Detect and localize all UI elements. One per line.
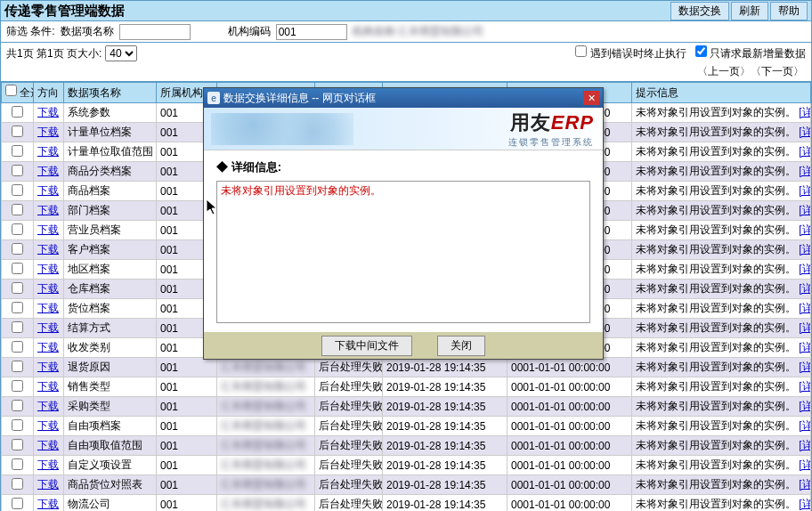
detail-link[interactable]: [详细] [799, 400, 810, 412]
detail-link[interactable]: [详细] [799, 204, 810, 216]
download-link[interactable]: 下载 [37, 145, 59, 158]
col-item-name[interactable]: 数据项名称 [64, 83, 157, 103]
detail-link[interactable]: [详细] [799, 302, 810, 314]
detail-link[interactable]: [详细] [799, 439, 810, 451]
download-link[interactable]: 下载 [37, 184, 59, 197]
col-hint[interactable]: 提示信息 [632, 83, 811, 103]
pager-nav[interactable]: 〈上一页〉〈下一页〉 [697, 65, 804, 77]
detail-link[interactable]: [详细] [799, 321, 810, 334]
data-exchange-button[interactable]: 数据交换 [670, 2, 729, 20]
detail-link[interactable]: [详细] [799, 223, 810, 236]
detail-link[interactable]: [详细] [799, 478, 810, 491]
page-size-select[interactable]: 40 [105, 45, 137, 61]
cell-direction: 下载 [34, 377, 64, 397]
download-link[interactable]: 下载 [37, 400, 59, 412]
row-checkbox[interactable] [12, 302, 23, 313]
download-link[interactable]: 下载 [37, 223, 59, 236]
download-link[interactable]: 下载 [37, 478, 59, 491]
download-link[interactable]: 下载 [37, 126, 59, 138]
detail-link[interactable]: [详细] [799, 263, 810, 275]
detail-link[interactable]: [详细] [799, 184, 810, 197]
download-link[interactable]: 下载 [37, 106, 59, 118]
cell-direction: 下载 [34, 397, 64, 417]
detail-link[interactable]: [详细] [799, 145, 810, 158]
row-checkbox[interactable] [12, 243, 23, 255]
row-checkbox[interactable] [12, 204, 23, 215]
table-row[interactable]: 下载自由项档案001汇丰商贸有限公司后台处理失败2019-01-28 19:14… [2, 417, 811, 436]
download-link[interactable]: 下载 [37, 439, 59, 451]
detail-link[interactable]: [详细] [799, 165, 810, 177]
row-checkbox[interactable] [12, 458, 23, 470]
detail-link[interactable]: [详细] [799, 498, 810, 510]
row-checkbox[interactable] [12, 223, 23, 235]
row-checkbox[interactable] [12, 439, 23, 450]
download-link[interactable]: 下载 [37, 458, 59, 471]
download-link[interactable]: 下载 [37, 165, 59, 177]
filter-item-name-input[interactable] [119, 24, 191, 40]
select-all-checkbox[interactable] [5, 85, 17, 96]
row-checkbox[interactable] [12, 419, 23, 431]
table-row[interactable]: 下载销售类型001汇丰商贸有限公司后台处理失败2019-01-28 19:14:… [2, 377, 811, 397]
detail-link[interactable]: [详细] [799, 282, 810, 295]
close-icon[interactable]: ✕ [583, 91, 599, 105]
cell-org-code: 001 [157, 456, 217, 475]
cell-direction: 下载 [34, 417, 64, 436]
col-direction[interactable]: 方向 [34, 83, 64, 103]
cell-hint: 未将对象引用设置到对象的实例。 [详细] [632, 319, 811, 338]
download-link[interactable]: 下载 [37, 498, 59, 510]
row-checkbox[interactable] [12, 478, 23, 490]
download-link[interactable]: 下载 [37, 361, 59, 373]
row-checkbox[interactable] [12, 145, 23, 157]
dialog-titlebar[interactable]: e 数据交换详细信息 -- 网页对话框 ✕ [204, 88, 603, 108]
detail-link[interactable]: [详细] [799, 361, 810, 373]
download-link[interactable]: 下载 [37, 419, 59, 432]
row-checkbox[interactable] [12, 126, 23, 137]
detail-link[interactable]: [详细] [799, 341, 810, 353]
table-row[interactable]: 下载自定义项设置001汇丰商贸有限公司后台处理失败2019-01-28 19:1… [2, 456, 811, 475]
row-checkbox[interactable] [12, 341, 23, 353]
row-checkbox[interactable] [12, 361, 23, 372]
row-checkbox[interactable] [12, 184, 23, 196]
table-row[interactable]: 下载物流公司001汇丰商贸有限公司后台处理失败2019-01-28 19:14:… [2, 495, 811, 512]
download-link[interactable]: 下载 [37, 341, 59, 353]
cell-item-name: 地区档案 [64, 260, 157, 280]
row-checkbox[interactable] [12, 380, 23, 392]
row-checkbox[interactable] [12, 165, 23, 176]
row-checkbox[interactable] [12, 282, 23, 294]
help-button[interactable]: 帮助 [770, 2, 808, 20]
filter-org-code-input[interactable] [276, 24, 347, 40]
detail-link[interactable]: [详细] [799, 243, 810, 256]
row-checkbox[interactable] [12, 498, 23, 509]
only-new-label[interactable]: 只请求最新增量数据 [695, 45, 806, 61]
col-select[interactable]: 全选 [2, 83, 34, 103]
detail-link[interactable]: [详细] [799, 419, 810, 432]
download-link[interactable]: 下载 [37, 302, 59, 314]
table-row[interactable]: 下载采购类型001汇丰商贸有限公司后台处理失败2019-01-28 19:14:… [2, 397, 811, 417]
stop-on-error-label[interactable]: 遇到错误时终止执行 [575, 45, 686, 61]
download-link[interactable]: 下载 [37, 321, 59, 334]
cell-result: 后台处理失败 [315, 475, 383, 495]
row-checkbox[interactable] [12, 321, 23, 333]
download-link[interactable]: 下载 [37, 380, 59, 393]
detail-link[interactable]: [详细] [799, 380, 810, 393]
table-row[interactable]: 下载商品货位对照表001汇丰商贸有限公司后台处理失败2019-01-28 19:… [2, 475, 811, 495]
table-row[interactable]: 下载自由项取值范围001汇丰商贸有限公司后台处理失败2019-01-28 19:… [2, 436, 811, 456]
detail-message-box[interactable]: 未将对象引用设置到对象的实例。 [216, 181, 590, 323]
refresh-button[interactable]: 刷新 [731, 2, 768, 20]
download-intermediate-button[interactable]: 下载中间文件 [321, 336, 412, 356]
download-link[interactable]: 下载 [37, 204, 59, 216]
download-link[interactable]: 下载 [37, 243, 59, 256]
row-checkbox[interactable] [12, 263, 23, 274]
row-checkbox[interactable] [12, 106, 23, 118]
download-link[interactable]: 下载 [37, 263, 59, 275]
only-new-checkbox[interactable] [695, 45, 707, 57]
cell-org-name: 汇丰商贸有限公司 [217, 358, 315, 377]
detail-link[interactable]: [详细] [799, 126, 810, 138]
stop-on-error-checkbox[interactable] [575, 45, 587, 57]
download-link[interactable]: 下载 [37, 282, 59, 295]
row-checkbox[interactable] [12, 400, 23, 411]
detail-link[interactable]: [详细] [799, 458, 810, 471]
table-row[interactable]: 下载退货原因001汇丰商贸有限公司后台处理失败2019-01-28 19:14:… [2, 358, 811, 377]
close-button[interactable]: 关闭 [437, 336, 485, 356]
detail-link[interactable]: [详细] [799, 106, 810, 118]
